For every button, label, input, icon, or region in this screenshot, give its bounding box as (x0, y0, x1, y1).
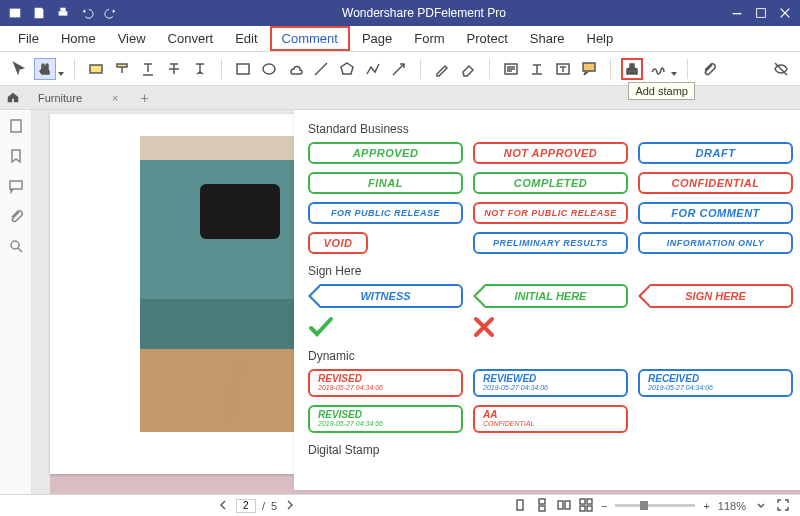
view-single-icon[interactable] (513, 498, 527, 514)
polygon-icon[interactable] (336, 58, 358, 80)
tab-furniture[interactable]: Furniture × (30, 90, 126, 106)
stamp-not-for-public-release[interactable]: NOT FOR PUBLIC RELEASE (473, 202, 628, 224)
dyn-title: REVISED (318, 374, 453, 384)
minimize-icon[interactable] (730, 6, 744, 20)
shape-tools (232, 58, 410, 80)
view-two-continuous-icon[interactable] (579, 498, 593, 514)
stamp-completed[interactable]: COMPLETED (473, 172, 628, 194)
app-title: Wondershare PDFelement Pro (126, 6, 722, 20)
select-tool-icon[interactable] (8, 58, 30, 80)
dyn-stamp-received[interactable]: RECEIVED 2019-05-27 04:34:06 (638, 369, 793, 397)
menu-form[interactable]: Form (404, 28, 454, 49)
sticky-note-icon[interactable] (500, 58, 522, 80)
next-page-icon[interactable] (283, 498, 297, 514)
arrow-witness[interactable]: WITNESS (308, 284, 463, 308)
menu-home[interactable]: Home (51, 28, 106, 49)
dyn-title: REVISED (318, 410, 453, 420)
prev-page-icon[interactable] (216, 498, 230, 514)
menu-help[interactable]: Help (577, 28, 624, 49)
stamp-information-only[interactable]: INFORMATION ONLY (638, 232, 793, 254)
add-stamp-button[interactable] (621, 58, 643, 80)
menu-protect[interactable]: Protect (457, 28, 518, 49)
comments-icon[interactable] (8, 178, 24, 194)
underline-icon[interactable] (137, 58, 159, 80)
oval-icon[interactable] (258, 58, 280, 80)
hand-tool-icon[interactable] (34, 58, 56, 80)
view-continuous-icon[interactable] (535, 498, 549, 514)
cloud-icon[interactable] (284, 58, 306, 80)
highlight-text-icon[interactable] (111, 58, 133, 80)
view-two-page-icon[interactable] (557, 498, 571, 514)
menu-file[interactable]: File (8, 28, 49, 49)
print-icon[interactable] (56, 6, 70, 20)
svg-point-8 (263, 64, 275, 74)
xmark-icon[interactable] (473, 316, 628, 341)
close-icon[interactable] (778, 6, 792, 20)
stamp-for-public-release[interactable]: FOR PUBLIC RELEASE (308, 202, 463, 224)
dyn-stamp-revised-green[interactable]: REVISED 2019-05-27 04:34:06 (308, 405, 463, 433)
tool-dropdown-icon[interactable] (58, 72, 64, 76)
signature-icon[interactable] (647, 58, 669, 80)
search-panel-icon[interactable] (8, 238, 24, 254)
arrow-initial-here[interactable]: INITIAL HERE (473, 284, 628, 308)
stamp-not-approved[interactable]: NOT APPROVED (473, 142, 628, 164)
callout-icon[interactable] (578, 58, 600, 80)
svg-rect-14 (10, 181, 22, 189)
svg-rect-17 (539, 499, 545, 504)
connected-lines-icon[interactable] (362, 58, 384, 80)
menu-share[interactable]: Share (520, 28, 575, 49)
stamp-confidential[interactable]: CONFIDENTIAL (638, 172, 793, 194)
highlight-area-icon[interactable] (85, 58, 107, 80)
page-input[interactable] (236, 499, 256, 513)
bookmarks-icon[interactable] (8, 148, 24, 164)
line-icon[interactable] (310, 58, 332, 80)
text-box-icon[interactable] (552, 58, 574, 80)
menu-view[interactable]: View (108, 28, 156, 49)
attachment-icon[interactable] (698, 58, 720, 80)
sign-here-mark-row (308, 316, 800, 341)
app-logo-icon (8, 6, 22, 20)
save-icon[interactable] (32, 6, 46, 20)
caret-icon[interactable] (189, 58, 211, 80)
stamp-void[interactable]: VOID (308, 232, 368, 254)
stamp-draft[interactable]: DRAFT (638, 142, 793, 164)
stamp-approved[interactable]: APPROVED (308, 142, 463, 164)
arrow-sign-here[interactable]: SIGN HERE (638, 284, 793, 308)
document-canvas[interactable]: Standard Business APPROVED NOT APPROVED … (32, 110, 800, 494)
zoom-slider[interactable] (615, 504, 695, 507)
home-icon[interactable] (6, 90, 22, 106)
dyn-stamp-aa-confidential[interactable]: AA CONFIDENTIAL (473, 405, 628, 433)
stamp-for-comment[interactable]: FOR COMMENT (638, 202, 793, 224)
menu-edit[interactable]: Edit (225, 28, 267, 49)
typewriter-icon[interactable] (526, 58, 548, 80)
menu-comment[interactable]: Comment (270, 26, 350, 51)
thumbnails-icon[interactable] (8, 118, 24, 134)
zoom-in-icon[interactable]: + (703, 500, 709, 512)
redo-icon[interactable] (104, 6, 118, 20)
dyn-stamp-revised-red[interactable]: REVISED 2019-05-27 04:34:06 (308, 369, 463, 397)
fullscreen-icon[interactable] (776, 498, 790, 514)
attachments-icon[interactable] (8, 208, 24, 224)
arrow-icon[interactable] (388, 58, 410, 80)
undo-icon[interactable] (80, 6, 94, 20)
svg-rect-19 (558, 501, 563, 509)
menu-page[interactable]: Page (352, 28, 402, 49)
rectangle-icon[interactable] (232, 58, 254, 80)
checkmark-icon[interactable] (308, 316, 463, 341)
maximize-icon[interactable] (754, 6, 768, 20)
stamp-preliminary-results[interactable]: PRELIMINARY RESULTS (473, 232, 628, 254)
pencil-icon[interactable] (431, 58, 453, 80)
strikethrough-icon[interactable] (163, 58, 185, 80)
hide-annotations-icon[interactable] (770, 58, 792, 80)
menu-convert[interactable]: Convert (158, 28, 224, 49)
tab-add-icon[interactable]: + (134, 90, 154, 106)
signature-dropdown-icon[interactable] (671, 72, 677, 76)
svg-rect-11 (583, 63, 595, 71)
dyn-stamp-reviewed[interactable]: REVIEWED 2019-05-27 04:34:06 (473, 369, 628, 397)
zoom-dropdown-icon[interactable] (754, 498, 768, 514)
stamp-final[interactable]: FINAL (308, 172, 463, 194)
zoom-out-icon[interactable]: − (601, 500, 607, 512)
tab-close-icon[interactable]: × (112, 92, 118, 104)
titlebar: Wondershare PDFelement Pro (0, 0, 800, 26)
eraser-icon[interactable] (457, 58, 479, 80)
